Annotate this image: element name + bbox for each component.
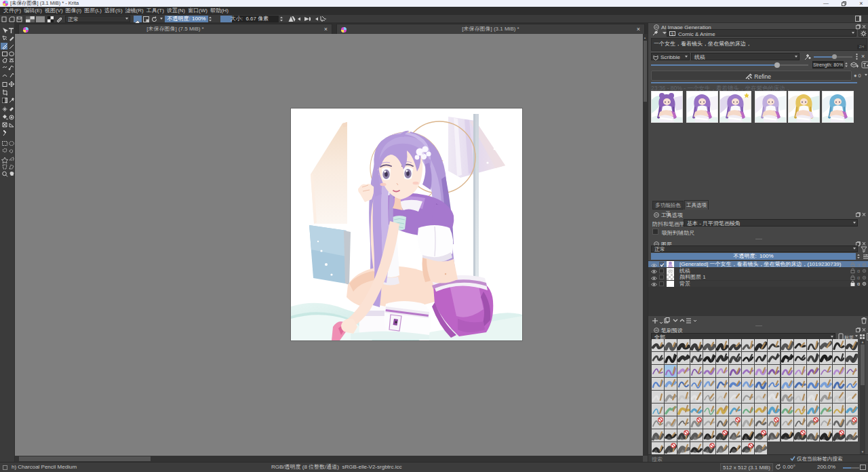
svg-text:α: α bbox=[857, 269, 860, 273]
svg-text:α: α bbox=[857, 281, 860, 286]
svg-text:α: α bbox=[857, 275, 860, 279]
svg-text:α: α bbox=[857, 262, 860, 267]
